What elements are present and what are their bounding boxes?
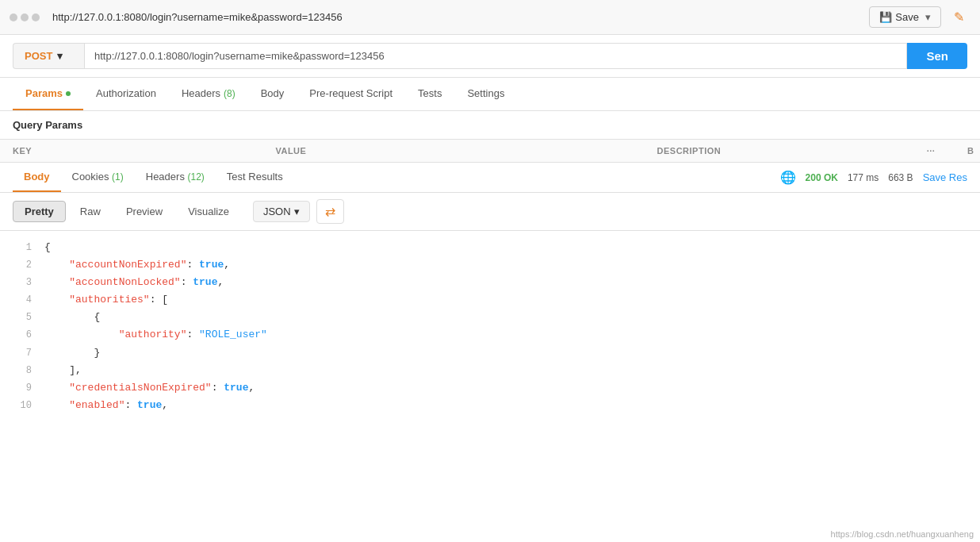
line-num-6: 6 — [6, 326, 32, 343]
json-line-10: 10 "enabled": true, — [0, 397, 980, 414]
method-select[interactable]: POST ▾ — [13, 43, 84, 69]
line-content-1: { — [44, 239, 974, 256]
response-meta: 🌐 200 OK 177 ms 663 B Save Res — [780, 170, 967, 185]
format-visualize-button[interactable]: Visualize — [177, 202, 240, 221]
response-status: 200 OK — [806, 172, 838, 183]
headers-badge: (8) — [224, 88, 235, 99]
response-size: 663 B — [888, 172, 913, 183]
window-dot-2 — [21, 13, 29, 21]
window-dot-3 — [32, 13, 40, 21]
edit-icon: ✎ — [954, 10, 964, 24]
edit-button[interactable]: ✎ — [947, 6, 970, 28]
tab-body[interactable]: Body — [248, 78, 297, 110]
format-toolbar: Pretty Raw Preview Visualize JSON ▾ ⇄ — [0, 193, 980, 231]
json-format-select[interactable]: JSON ▾ — [253, 201, 310, 222]
line-content-9: "credentialsNonExpired": true, — [44, 379, 974, 397]
tab-authorization-label: Authorization — [96, 87, 156, 99]
format-preview-label: Preview — [126, 206, 163, 217]
json-line-3: 3 "accountNonLocked": true, — [0, 274, 980, 291]
cookies-badge: (1) — [112, 171, 124, 183]
line-num-4: 4 — [6, 291, 32, 308]
tab-pre-request-label: Pre-request Script — [309, 87, 392, 99]
line-content-2: "accountNonExpired": true, — [44, 256, 974, 274]
tab-authorization[interactable]: Authorization — [83, 78, 169, 110]
tab-headers-label: Headers — [182, 87, 220, 99]
response-headers-badge: (12) — [188, 171, 205, 183]
json-line-7: 7 } — [0, 344, 980, 362]
window-dot-1 — [10, 13, 17, 21]
save-response-button[interactable]: Save Res — [923, 171, 967, 183]
params-dot-icon — [66, 91, 71, 96]
json-line-5: 5 { — [0, 309, 980, 326]
send-button[interactable]: Sen — [907, 43, 967, 69]
json-format-value: JSON — [263, 206, 291, 217]
json-line-1: 1 { — [0, 239, 980, 256]
response-time: 177 ms — [848, 172, 879, 183]
col-header-description: DESCRIPTION — [645, 140, 907, 162]
save-icon: 💾 — [879, 11, 892, 23]
tab-tests-label: Tests — [418, 87, 442, 99]
json-line-2: 2 "accountNonExpired": true, — [0, 256, 980, 274]
line-num-10: 10 — [6, 397, 32, 413]
method-chevron-icon: ▾ — [57, 50, 63, 62]
save-button-top[interactable]: 💾 Save ▾ — [869, 6, 941, 28]
query-params-section: Query Params — [0, 111, 980, 140]
json-format-chevron-icon: ▾ — [294, 206, 300, 217]
tab-headers[interactable]: Headers (8) — [169, 78, 248, 110]
col-header-key: KEY — [0, 140, 262, 162]
format-pretty-label: Pretty — [25, 206, 54, 217]
request-bar: POST ▾ Sen — [0, 35, 980, 78]
line-content-3: "accountNonLocked": true, — [44, 274, 974, 291]
json-line-8: 8 ], — [0, 362, 980, 379]
response-tab-cookies[interactable]: Cookies (1) — [61, 163, 135, 192]
wrap-button[interactable]: ⇄ — [316, 199, 344, 224]
tab-params-label: Params — [25, 87, 63, 99]
response-tab-test-results[interactable]: Test Results — [216, 163, 294, 192]
json-line-6: 6 "authority": "ROLE_user" — [0, 326, 980, 344]
line-content-6: "authority": "ROLE_user" — [44, 326, 974, 344]
response-tabs-row: Body Cookies (1) Headers (12) Test Resul… — [0, 163, 980, 193]
globe-icon: 🌐 — [780, 170, 796, 185]
response-tab-cookies-label: Cookies — [72, 171, 113, 183]
format-pretty-button[interactable]: Pretty — [13, 201, 66, 222]
tab-settings-label: Settings — [467, 87, 504, 99]
line-num-2: 2 — [6, 256, 32, 273]
line-num-9: 9 — [6, 379, 32, 396]
line-num-3: 3 — [6, 274, 32, 290]
format-raw-button[interactable]: Raw — [69, 202, 112, 221]
response-tab-headers-label: Headers — [146, 171, 188, 183]
tab-body-label: Body — [261, 87, 285, 99]
window-controls — [10, 13, 40, 21]
response-tab-body-label: Body — [24, 171, 50, 183]
line-num-1: 1 — [6, 239, 32, 256]
col-header-extra: B — [955, 140, 980, 162]
tab-tests[interactable]: Tests — [405, 78, 454, 110]
query-params-label: Query Params — [13, 119, 82, 131]
wrap-icon: ⇄ — [325, 205, 335, 218]
tab-params[interactable]: Params — [13, 78, 83, 110]
response-tab-body[interactable]: Body — [13, 163, 61, 192]
tab-settings[interactable]: Settings — [454, 78, 517, 110]
url-input[interactable] — [84, 43, 907, 69]
tab-pre-request[interactable]: Pre-request Script — [297, 78, 405, 110]
line-content-7: } — [44, 344, 974, 362]
url-bar-text: http://127.0.0.1:8080/login?username=mik… — [52, 11, 863, 23]
request-tabs-row: Params Authorization Headers (8) Body Pr… — [0, 78, 980, 111]
json-line-4: 4 "authorities": [ — [0, 291, 980, 309]
url-bar: http://127.0.0.1:8080/login?username=mik… — [0, 0, 980, 35]
col-header-value: VALUE — [262, 140, 644, 162]
line-content-10: "enabled": true, — [44, 397, 974, 414]
response-tab-headers[interactable]: Headers (12) — [135, 163, 216, 192]
line-num-5: 5 — [6, 309, 32, 325]
line-num-8: 8 — [6, 362, 32, 379]
json-viewer: 1 { 2 "accountNonExpired": true, 3 "acco… — [0, 231, 980, 453]
json-line-9: 9 "credentialsNonExpired": true, — [0, 379, 980, 397]
col-header-actions: ··· — [907, 140, 955, 162]
format-preview-button[interactable]: Preview — [115, 202, 174, 221]
line-content-8: ], — [44, 362, 974, 379]
format-visualize-label: Visualize — [188, 206, 229, 217]
line-num-7: 7 — [6, 344, 32, 361]
line-content-4: "authorities": [ — [44, 291, 974, 309]
table-header: KEY VALUE DESCRIPTION ··· B — [0, 140, 980, 163]
method-label: POST — [25, 50, 52, 62]
